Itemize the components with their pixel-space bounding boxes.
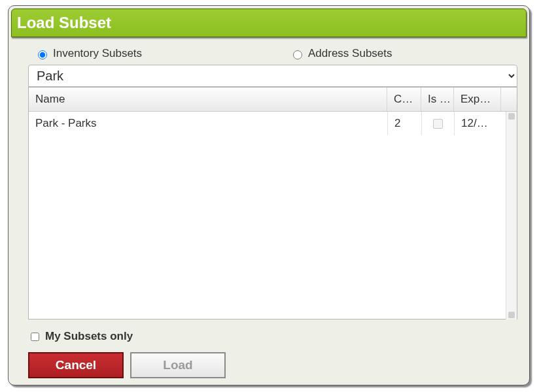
col-header-c[interactable]: C… [387, 88, 421, 111]
cell-exp: 12/… [454, 112, 501, 135]
is-checkbox-icon [433, 119, 443, 129]
grid-rows: Park - Parks 2 12/… [29, 112, 506, 319]
subset-type-row: Inventory Subsets Address Subsets [35, 45, 517, 62]
my-subsets-only[interactable]: My Subsets only [28, 330, 133, 343]
cell-c: 2 [387, 112, 421, 135]
dialog-button-row: Cancel Load [28, 352, 226, 378]
table-row[interactable]: Park - Parks 2 12/… [29, 112, 506, 136]
dialog-title-text: Load Subset [17, 14, 111, 32]
load-button[interactable]: Load [130, 352, 226, 378]
radio-inventory-subsets[interactable]: Inventory Subsets [35, 47, 142, 60]
cell-name: Park - Parks [29, 112, 387, 135]
radio-address-input[interactable] [293, 50, 302, 59]
col-header-exp[interactable]: Exp… [454, 88, 501, 111]
radio-inventory-input[interactable] [38, 50, 47, 59]
scrollbar-up-icon [508, 113, 515, 120]
grid-body: Park - Parks 2 12/… [29, 112, 517, 319]
dialog-title: Load Subset [11, 8, 527, 37]
scrollbar-down-icon [508, 312, 515, 318]
load-subset-dialog: Load Subset Inventory Subsets Address Su… [8, 5, 530, 385]
radio-inventory-label: Inventory Subsets [53, 47, 142, 60]
radio-address-subsets[interactable]: Address Subsets [290, 47, 392, 60]
subset-grid: Name C… Is … Exp… Park - Parks 2 12/… [28, 87, 517, 319]
col-header-name[interactable]: Name [29, 88, 387, 111]
subset-select-wrap: Park [28, 65, 517, 87]
cancel-button[interactable]: Cancel [28, 352, 124, 378]
col-header-is[interactable]: Is … [421, 88, 454, 111]
subset-select[interactable]: Park [28, 65, 517, 87]
my-subsets-checkbox[interactable] [31, 333, 39, 341]
my-subsets-label: My Subsets only [45, 330, 133, 343]
grid-header: Name C… Is … Exp… [29, 88, 517, 112]
grid-scrollbar[interactable] [506, 112, 517, 319]
radio-address-label: Address Subsets [308, 47, 392, 60]
col-header-scroll-spacer [501, 88, 517, 111]
cell-is [421, 112, 454, 135]
